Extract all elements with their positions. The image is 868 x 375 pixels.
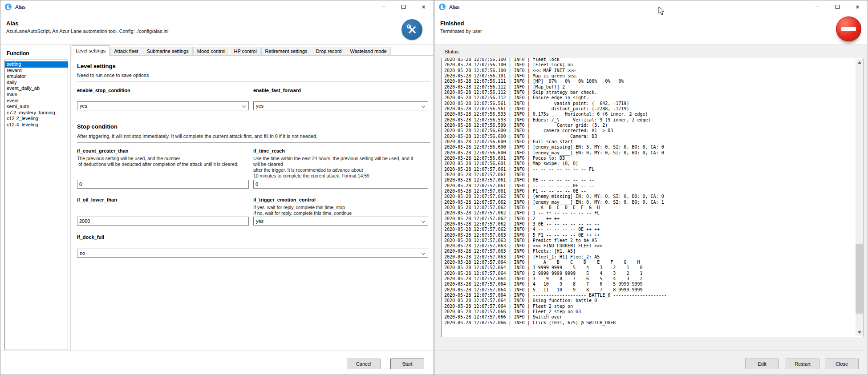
settings-tab[interactable]: Mood control [193,47,230,56]
log-line: 2020-05-28 12:07:57.064 | INFO | 4 10 9 … [444,282,855,287]
close-button[interactable]: ✕ [848,0,868,13]
select-if-dock-full[interactable]: no [77,249,428,258]
close-button[interactable]: ✕ [414,0,434,13]
close-icon: ✕ [855,4,860,10]
maximize-icon [402,5,406,9]
function-group-label: Function [7,50,29,56]
log-line: 2020-05-28 12:07:56.100 | INFO | fleet_l… [444,58,855,62]
input-if-time-reach[interactable] [253,180,428,189]
label-if-oil-lower-than: if_oil_lower_than [77,197,249,202]
log-line: 2020-05-28 12:07:57.062 | INFO | 3 0E --… [444,222,855,227]
input-if-count-greater-than[interactable] [77,180,249,189]
sidebar-divider [70,45,71,351]
log-line: 2020-05-28 12:07:56.599 | INFO | Center … [444,123,855,128]
chevron-down-icon [422,219,425,223]
window-title: Alas [449,4,459,10]
function-list-item[interactable]: daily [5,80,68,86]
log-scrollbar[interactable] [856,59,863,336]
close-window-button[interactable]: Close [825,359,859,369]
log-line: 2020-05-28 12:07:57.063 | INFO | [Fleet_… [444,254,855,260]
edit-button[interactable]: Edit [745,359,779,369]
section-desc-level-settings: Need to run once to save options [77,73,149,78]
log-line: 2020-05-28 12:07:57.061 | INFO | -- -- -… [444,183,855,189]
app-title: Alas [6,20,18,27]
log-line: 2020-05-28 12:07:57.062 | INFO | [enemy_… [444,194,855,199]
log-line: 2020-05-28 12:07:57.061 | INFO | 0E -- -… [444,177,855,183]
label-enable-stop-condition: enable_stop_condition [77,88,249,93]
function-list-item[interactable]: reward [5,68,68,74]
function-list-item[interactable]: event_daily_ab [5,85,68,92]
restart-button[interactable]: Restart [786,359,819,369]
log-line: 2020-05-28 12:07:57.064 | INFO | -------… [444,293,855,298]
chevron-down-icon [422,251,425,255]
log-line: 2020-05-28 12:07:57.064 | INFO | 2 9999 … [444,271,855,276]
minimize-icon [815,7,820,7]
settings-tab[interactable]: Wasteland mode [346,47,390,56]
header-divider [1,44,433,45]
section-rule [77,81,430,81]
scroll-down-button[interactable] [856,329,863,336]
function-list-item[interactable]: c7-2_mystery_farming [5,110,68,116]
window-title: Alas [15,4,25,10]
titlebar[interactable]: Alas ✕ [434,0,868,13]
input-if-oil-lower-than[interactable] [77,217,249,226]
maximize-button[interactable] [827,0,848,13]
log-output[interactable]: 2020-05-28 12:07:56.100 | INFO | fleet_l… [441,58,864,337]
log-line: 2020-05-28 12:07:56.100 | INFO | [Fleet_… [444,62,855,68]
select-enable-fast-forward[interactable]: yes [253,101,428,110]
desc-if-trigger-emotion-control: If yes, wait for reply, complete this ti… [253,205,428,216]
select-value: no [80,250,85,256]
log-line: 2020-05-28 12:07:56.601 | INFO | Focus t… [444,156,855,161]
log-line: 2020-05-28 12:07:57.064 | INFO | A B C D… [444,260,855,265]
log-line: 2020-05-28 12:07:56.100 | INFO | <<< MAP… [444,68,855,73]
log-line: 2020-05-28 12:07:57.062 | INFO | 4 -- --… [444,227,855,232]
maximize-button[interactable] [393,0,414,13]
settings-tab[interactable]: Retirement settings [261,47,312,56]
log-line: 2020-05-28 12:07:57.063 | INFO | 5 F1 --… [444,233,855,238]
settings-tab[interactable]: HP control [230,47,260,56]
settings-tab[interactable]: Attack fleet [110,47,142,56]
log-line: 2020-05-28 12:07:56.593 | INFO | 0.175s … [444,112,855,117]
log-line: 2020-05-28 12:07:57.063 | INFO | <<< FIN… [444,243,855,249]
scrollbar-thumb[interactable] [856,244,863,314]
section-desc-stop-condition: After triggering, it will not stop immed… [77,133,317,139]
label-if-count-greater-than: if_count_greater_than [77,148,249,153]
chevron-down-icon [242,104,246,108]
alas-app-icon [4,3,12,11]
function-list-item[interactable]: semi_auto [5,104,68,110]
function-list-item[interactable]: event [5,98,68,104]
log-line: 2020-05-28 12:07:57.064 | INFO | Fleet 2… [444,304,855,309]
settings-tab[interactable]: Drop record [312,47,345,56]
select-if-trigger-emotion-control[interactable]: yes [253,217,428,226]
log-line: 2020-05-28 12:07:57.061 | INFO | -- -- -… [444,172,855,177]
label-if-dock-full: if_dock_full [77,234,249,240]
select-value: yes [80,103,87,109]
settings-tab[interactable]: Level settings [72,45,110,56]
titlebar[interactable]: Alas ✕ [0,0,434,13]
function-list-item[interactable]: c12-4_leveling [5,122,68,128]
log-line: 2020-05-28 12:07:56.101 | INFO | Map is … [444,73,855,79]
log-line: 2020-05-28 12:07:57.062 | INFO | [enemy_… [444,200,855,205]
minimize-button[interactable] [807,0,827,13]
function-list-item[interactable]: c12-2_leveling [5,116,68,122]
log-line: 2020-05-28 12:07:56.600 | INFO | Full sc… [444,139,855,145]
cancel-button[interactable]: Cancel [347,359,381,369]
start-button[interactable]: Start [390,359,424,369]
desc-if-time-reach: Use the time within the next 24 hours, t… [253,156,428,179]
function-list-item[interactable]: main [5,92,68,98]
section-title-stop-condition: Stop condition [77,123,118,130]
minimize-button[interactable] [373,0,393,13]
mouse-cursor [658,6,665,18]
log-line: 2020-05-28 12:07:57.061 | INFO | F1 -- -… [444,189,855,194]
log-line: 2020-05-28 12:07:56.111 | INFO | [HP] 97… [444,79,855,84]
arrow-up-icon [858,61,861,64]
section-rule [77,142,430,143]
label-if-time-reach: if_time_reach [253,148,428,153]
function-list-item[interactable]: setting [5,61,68,68]
log-line: 2020-05-28 12:07:57.066 | INFO | Click (… [444,320,855,326]
settings-tab[interactable]: Submarine settings [143,47,193,56]
select-enable-stop-condition[interactable]: yes [77,101,249,110]
scroll-up-button[interactable] [856,59,863,66]
function-list-item[interactable]: emulator [5,73,68,80]
function-list[interactable]: settingrewardemulatordailyevent_daily_ab… [4,60,68,350]
